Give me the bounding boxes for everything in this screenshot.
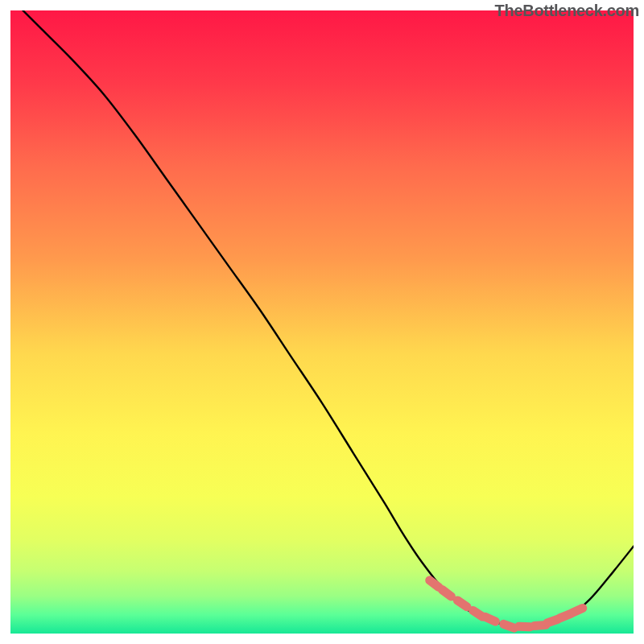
highlight-dot: [430, 580, 439, 587]
watermark-label: TheBottleneck.com: [495, 2, 639, 20]
highlight-dots-group: [430, 580, 583, 628]
highlight-dot: [504, 624, 514, 628]
curve-layer: [10, 10, 634, 634]
highlight-dot: [442, 589, 451, 596]
highlight-dot: [572, 608, 583, 613]
highlight-dot: [519, 626, 530, 627]
highlight-dot: [485, 617, 496, 621]
highlight-dot: [457, 601, 467, 607]
plot-area: [10, 10, 634, 634]
chart-container: TheBottleneck.com: [0, 0, 644, 644]
bottleneck-curve: [23, 10, 634, 627]
